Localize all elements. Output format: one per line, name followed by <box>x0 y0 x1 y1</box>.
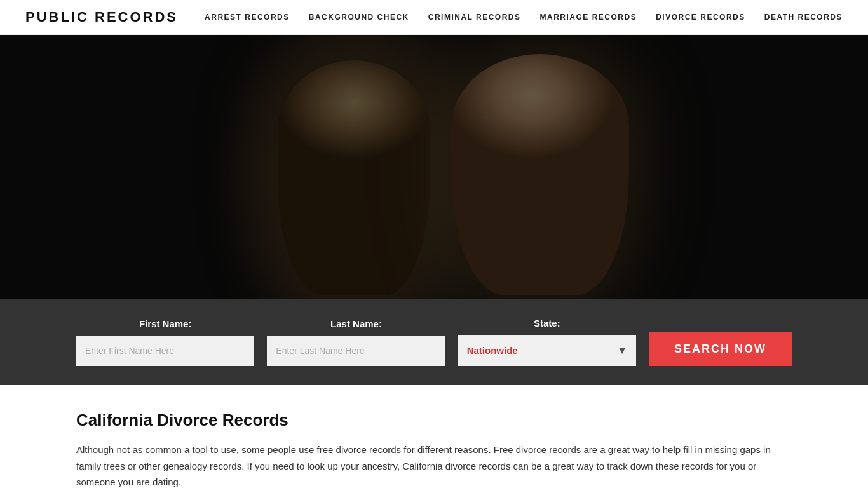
nav-item-criminal-records[interactable]: CRIMINAL RECORDS <box>428 13 521 22</box>
nav-item-background-check[interactable]: BACKGROUND CHECK <box>309 13 409 22</box>
last-name-field: Last Name: <box>267 318 445 366</box>
state-label: State: <box>458 318 636 329</box>
state-field: State: NationwideAlabamaAlaskaArizonaArk… <box>458 318 636 366</box>
first-name-field: First Name: <box>76 318 254 366</box>
nav-item-death-records[interactable]: DEATH RECORDS <box>764 13 843 22</box>
search-now-button[interactable]: SEARCH NOW <box>649 332 792 366</box>
content-paragraph-1: Although not as common a tool to use, so… <box>76 442 792 488</box>
first-name-label: First Name: <box>76 318 254 329</box>
content-section: California Divorce Records Although not … <box>0 385 868 488</box>
nav-item-divorce-records[interactable]: DIVORCE RECORDS <box>656 13 745 22</box>
site-logo[interactable]: PUBLIC RECORDS <box>25 9 178 25</box>
site-header: PUBLIC RECORDS ARREST RECORDSBACKGROUND … <box>0 0 868 35</box>
search-section: First Name: Last Name: State: Nationwide… <box>0 299 868 385</box>
main-nav: ARREST RECORDSBACKGROUND CHECKCRIMINAL R… <box>205 13 843 22</box>
state-select[interactable]: NationwideAlabamaAlaskaArizonaArkansasCa… <box>458 335 636 366</box>
last-name-label: Last Name: <box>267 318 445 329</box>
first-name-input[interactable] <box>76 336 254 366</box>
hero-section <box>0 35 868 299</box>
content-title: California Divorce Records <box>76 410 792 430</box>
hero-overlay <box>0 35 868 299</box>
nav-item-arrest-records[interactable]: ARREST RECORDS <box>205 13 290 22</box>
state-select-wrapper: NationwideAlabamaAlaskaArizonaArkansasCa… <box>458 335 636 366</box>
last-name-input[interactable] <box>267 336 445 366</box>
nav-item-marriage-records[interactable]: MARRIAGE RECORDS <box>540 13 637 22</box>
